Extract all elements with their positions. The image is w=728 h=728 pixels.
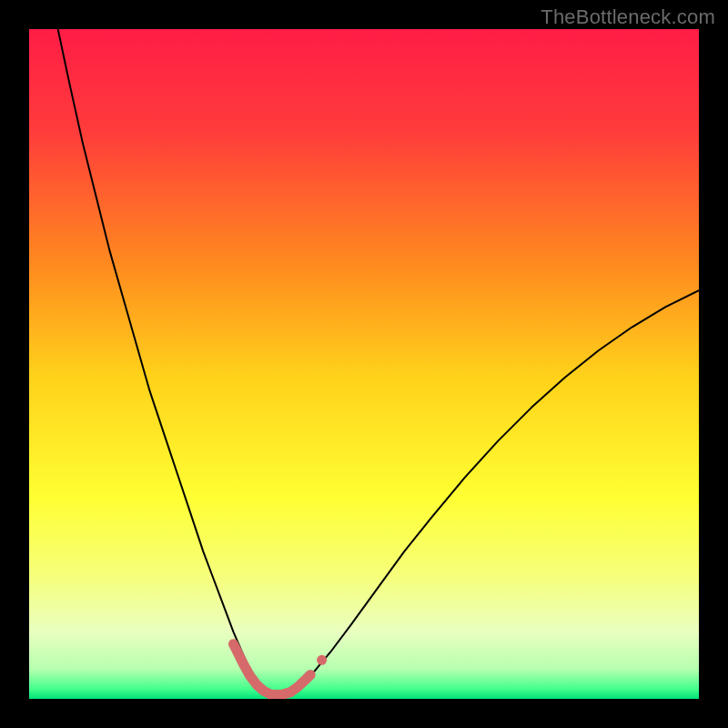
outer-frame: TheBottleneck.com xyxy=(0,0,728,728)
gradient-background xyxy=(29,29,699,699)
plot-area xyxy=(29,29,699,699)
watermark-text: TheBottleneck.com xyxy=(541,5,715,29)
bottleneck-chart xyxy=(29,29,699,699)
highlight-top-dot xyxy=(317,655,327,665)
